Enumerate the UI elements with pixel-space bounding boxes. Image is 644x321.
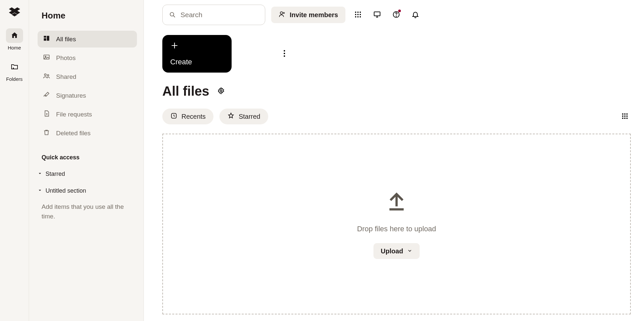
sidebar-item-label: Photos (56, 54, 76, 62)
dropbox-logo-icon[interactable] (9, 7, 20, 19)
plus-icon (170, 41, 179, 52)
folder-icon (11, 63, 18, 72)
svg-rect-34 (627, 117, 628, 119)
sidebar-item-label: Deleted files (56, 130, 91, 137)
upload-dropzone[interactable]: Drop files here to upload Upload (162, 134, 631, 314)
chip-recents[interactable]: Recents (162, 109, 213, 124)
chevron-down-icon (38, 171, 42, 177)
svg-rect-30 (624, 115, 626, 117)
page-title-row: All files (162, 84, 631, 99)
svg-point-9 (355, 12, 356, 13)
signatures-icon (43, 91, 50, 100)
svg-rect-32 (622, 117, 624, 119)
rail-item-folders[interactable]: Folders (5, 60, 24, 82)
svg-rect-27 (624, 113, 626, 114)
create-button[interactable]: Create (162, 35, 232, 73)
gear-icon (217, 87, 225, 95)
svg-point-12 (355, 14, 356, 15)
person-add-icon (278, 11, 286, 19)
sidebar-item-label: File requests (56, 111, 92, 118)
view-toggle-button[interactable] (619, 111, 631, 122)
svg-rect-28 (627, 113, 628, 114)
home-icon (11, 31, 18, 40)
svg-point-17 (360, 16, 361, 17)
quick-access-header: Quick access (38, 144, 137, 165)
svg-rect-0 (44, 36, 46, 38)
quick-access-section-untitled[interactable]: Untitled section (38, 183, 137, 198)
sidebar-item-signatures[interactable]: Signatures (38, 87, 137, 104)
dropzone-text: Drop files here to upload (357, 225, 436, 233)
search-wrap (162, 5, 265, 25)
rail-item-label: Folders (6, 76, 22, 82)
file-requests-icon (43, 110, 50, 119)
files-icon (43, 35, 50, 44)
svg-point-4 (45, 56, 46, 57)
quick-access-label: Quick access (42, 154, 80, 161)
chevron-down-icon (38, 187, 42, 194)
shared-icon (43, 72, 50, 81)
notification-dot (398, 10, 401, 12)
sidebar-item-label: Signatures (56, 92, 86, 99)
svg-point-11 (360, 12, 361, 13)
svg-point-16 (357, 16, 359, 17)
svg-rect-2 (44, 38, 46, 41)
notifications-button[interactable] (409, 8, 422, 21)
bell-icon (411, 11, 419, 19)
svg-rect-31 (627, 115, 628, 117)
sidebar-item-file-requests[interactable]: File requests (38, 106, 137, 123)
app-rail: Home Folders (0, 0, 29, 321)
quick-access-section-starred[interactable]: Starred (38, 167, 137, 181)
svg-point-13 (357, 14, 359, 15)
chip-label: Starred (239, 113, 260, 120)
search-input[interactable] (162, 5, 265, 25)
svg-rect-33 (624, 117, 626, 119)
trash-icon (43, 129, 50, 138)
svg-point-14 (360, 14, 361, 15)
page-title: All files (162, 84, 209, 99)
svg-rect-29 (622, 115, 624, 117)
sidebar-item-photos[interactable]: Photos (38, 49, 137, 66)
sidebar-item-deleted-files[interactable]: Deleted files (38, 125, 137, 142)
chip-starred[interactable]: Starred (219, 109, 268, 124)
svg-point-7 (170, 13, 174, 16)
svg-point-10 (357, 12, 359, 13)
chevron-down-icon (407, 247, 412, 255)
clock-icon (170, 112, 177, 121)
kebab-icon (283, 49, 285, 58)
more-actions-button[interactable] (278, 47, 291, 60)
grid-icon (354, 11, 362, 19)
svg-point-6 (47, 75, 49, 76)
svg-point-20 (396, 16, 397, 16)
sidebar-item-label: All files (56, 36, 76, 43)
desktop-button[interactable] (370, 8, 384, 21)
svg-point-23 (284, 55, 285, 56)
rail-item-label: Home (8, 45, 21, 50)
add-quick-access-button[interactable] (124, 153, 133, 162)
sidebar-item-shared[interactable]: Shared (38, 68, 137, 85)
svg-rect-26 (622, 113, 624, 114)
svg-point-15 (355, 16, 356, 17)
chip-label: Recents (181, 113, 206, 120)
svg-point-21 (284, 50, 285, 51)
help-button[interactable] (390, 8, 403, 21)
apps-grid-button[interactable] (351, 8, 365, 21)
action-row: Create (162, 35, 631, 73)
upload-button[interactable]: Upload (373, 243, 420, 259)
sidebar-item-label: Shared (56, 73, 76, 80)
folder-settings-button[interactable] (216, 86, 226, 97)
topbar: Invite members (162, 3, 631, 26)
grid-view-icon (621, 112, 628, 121)
svg-rect-1 (47, 36, 49, 41)
rail-item-home[interactable]: Home (5, 28, 24, 50)
invite-members-button[interactable]: Invite members (271, 7, 345, 23)
filter-chips-row: Recents Starred (162, 109, 631, 124)
svg-rect-18 (374, 12, 380, 16)
svg-point-24 (220, 90, 222, 92)
photos-icon (43, 53, 50, 62)
sidebar-item-all-files[interactable]: All files (38, 31, 137, 48)
section-label: Starred (46, 171, 65, 177)
sidebar-title: Home (38, 11, 137, 29)
upload-icon (384, 189, 409, 215)
section-label: Untitled section (46, 187, 86, 194)
monitor-icon (373, 11, 381, 19)
